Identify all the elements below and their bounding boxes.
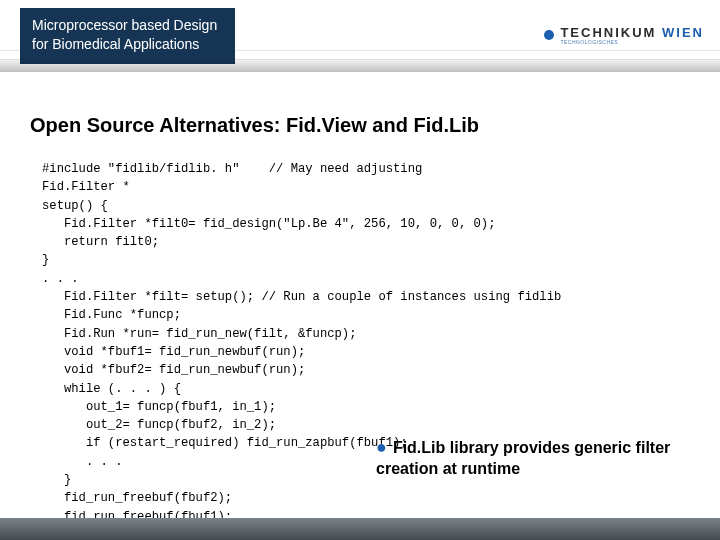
logo-subtext: TECHNOLOGISCHES: [560, 40, 704, 45]
logo-wordmark: TECHNIKUM WIEN: [560, 26, 704, 39]
header-shadow: [0, 60, 720, 72]
logo-text: TECHNIKUM WIEN TECHNOLOGISCHES: [560, 26, 704, 45]
slide-header: Microprocessor based Design for Biomedic…: [0, 0, 720, 78]
summary-bullet: ●Fid.Lib library provides generic filter…: [376, 436, 676, 480]
code-listing: #include "fidlib/fidlib. h" // May need …: [42, 160, 682, 540]
footer-bar: [0, 518, 720, 540]
slide-title: Open Source Alternatives: Fid.View and F…: [30, 114, 479, 137]
course-title-line1: Microprocessor based Design: [32, 16, 217, 35]
course-title-block: Microprocessor based Design for Biomedic…: [20, 8, 235, 64]
summary-text: Fid.Lib library provides generic filter …: [376, 439, 670, 477]
logo-dot-icon: [544, 30, 554, 40]
course-title-line2: for Biomedical Applications: [32, 35, 217, 54]
institution-logo: TECHNIKUM WIEN TECHNOLOGISCHES: [544, 18, 704, 52]
bullet-icon: ●: [376, 437, 387, 457]
